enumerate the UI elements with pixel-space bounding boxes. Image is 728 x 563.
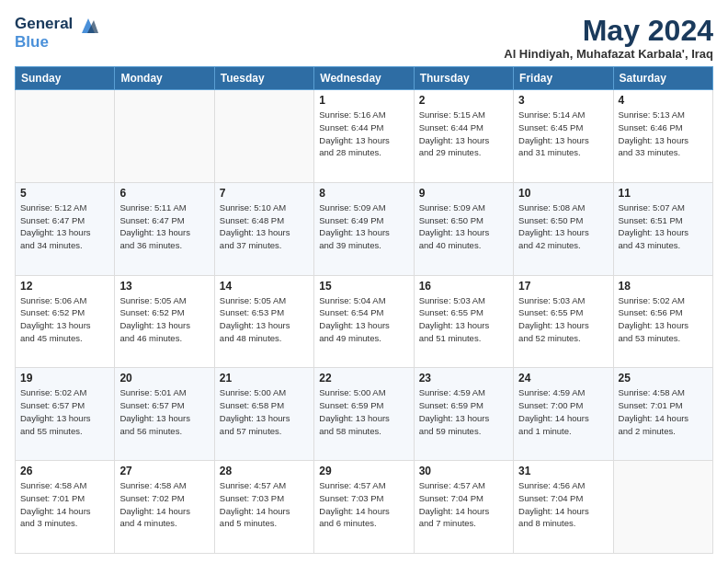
day-info: Sunrise: 5:01 AM Sunset: 6:57 PM Dayligh… bbox=[119, 386, 209, 437]
day-info: Sunrise: 4:58 AM Sunset: 7:01 PM Dayligh… bbox=[20, 479, 109, 530]
calendar-week-row: 1Sunrise: 5:16 AM Sunset: 6:44 PM Daylig… bbox=[16, 90, 713, 183]
day-info: Sunrise: 5:02 AM Sunset: 6:57 PM Dayligh… bbox=[20, 386, 109, 437]
day-number: 21 bbox=[220, 372, 309, 385]
header: General Blue May 2024 Al Hindiyah, Muhaf… bbox=[15, 15, 713, 61]
calendar-cell: 4Sunrise: 5:13 AM Sunset: 6:46 PM Daylig… bbox=[613, 90, 712, 183]
calendar-cell: 13Sunrise: 5:05 AM Sunset: 6:52 PM Dayli… bbox=[115, 275, 214, 368]
day-number: 20 bbox=[119, 372, 209, 385]
day-number: 1 bbox=[319, 94, 408, 107]
calendar-cell: 29Sunrise: 4:57 AM Sunset: 7:03 PM Dayli… bbox=[314, 461, 414, 554]
logo-icon bbox=[78, 17, 98, 33]
calendar-cell bbox=[115, 90, 214, 183]
calendar-cell: 18Sunrise: 5:02 AM Sunset: 6:56 PM Dayli… bbox=[613, 275, 712, 368]
calendar-cell: 15Sunrise: 5:04 AM Sunset: 6:54 PM Dayli… bbox=[314, 275, 414, 368]
calendar-cell bbox=[214, 90, 313, 183]
calendar-week-row: 12Sunrise: 5:06 AM Sunset: 6:52 PM Dayli… bbox=[16, 275, 713, 368]
day-info: Sunrise: 5:15 AM Sunset: 6:44 PM Dayligh… bbox=[419, 109, 508, 159]
day-number: 3 bbox=[518, 94, 608, 107]
logo: General Blue bbox=[15, 15, 98, 51]
calendar-cell: 16Sunrise: 5:03 AM Sunset: 6:55 PM Dayli… bbox=[414, 275, 513, 368]
weekday-header: Tuesday bbox=[214, 67, 313, 90]
day-info: Sunrise: 4:56 AM Sunset: 7:04 PM Dayligh… bbox=[518, 479, 608, 530]
calendar-cell: 30Sunrise: 4:57 AM Sunset: 7:04 PM Dayli… bbox=[414, 461, 513, 554]
calendar-cell: 27Sunrise: 4:58 AM Sunset: 7:02 PM Dayli… bbox=[115, 461, 214, 554]
calendar-week-row: 26Sunrise: 4:58 AM Sunset: 7:01 PM Dayli… bbox=[16, 461, 713, 554]
calendar-cell: 20Sunrise: 5:01 AM Sunset: 6:57 PM Dayli… bbox=[115, 368, 214, 461]
calendar-cell: 22Sunrise: 5:00 AM Sunset: 6:59 PM Dayli… bbox=[314, 368, 414, 461]
day-number: 28 bbox=[220, 465, 309, 477]
day-info: Sunrise: 5:05 AM Sunset: 6:52 PM Dayligh… bbox=[119, 294, 209, 345]
day-info: Sunrise: 5:02 AM Sunset: 6:56 PM Dayligh… bbox=[619, 294, 708, 345]
day-info: Sunrise: 4:59 AM Sunset: 7:00 PM Dayligh… bbox=[518, 386, 608, 437]
day-number: 30 bbox=[419, 465, 508, 477]
day-info: Sunrise: 5:04 AM Sunset: 6:54 PM Dayligh… bbox=[319, 294, 408, 345]
day-info: Sunrise: 4:59 AM Sunset: 6:59 PM Dayligh… bbox=[419, 386, 508, 437]
weekday-header: Thursday bbox=[414, 67, 513, 90]
day-info: Sunrise: 4:58 AM Sunset: 7:02 PM Dayligh… bbox=[119, 479, 209, 530]
day-info: Sunrise: 5:05 AM Sunset: 6:53 PM Dayligh… bbox=[220, 294, 309, 345]
day-info: Sunrise: 5:03 AM Sunset: 6:55 PM Dayligh… bbox=[518, 294, 608, 345]
calendar-cell: 10Sunrise: 5:08 AM Sunset: 6:50 PM Dayli… bbox=[514, 182, 613, 275]
day-info: Sunrise: 5:07 AM Sunset: 6:51 PM Dayligh… bbox=[619, 201, 708, 252]
day-number: 31 bbox=[518, 465, 608, 477]
page: General Blue May 2024 Al Hindiyah, Muhaf… bbox=[0, 0, 728, 563]
day-info: Sunrise: 5:12 AM Sunset: 6:47 PM Dayligh… bbox=[20, 201, 109, 252]
calendar-cell: 9Sunrise: 5:09 AM Sunset: 6:50 PM Daylig… bbox=[414, 182, 513, 275]
calendar-cell: 6Sunrise: 5:11 AM Sunset: 6:47 PM Daylig… bbox=[115, 182, 214, 275]
weekday-header: Sunday bbox=[16, 67, 115, 90]
day-info: Sunrise: 4:57 AM Sunset: 7:03 PM Dayligh… bbox=[319, 479, 408, 530]
day-number: 12 bbox=[20, 280, 109, 293]
calendar-cell: 21Sunrise: 5:00 AM Sunset: 6:58 PM Dayli… bbox=[214, 368, 313, 461]
day-number: 11 bbox=[619, 187, 708, 200]
day-number: 19 bbox=[20, 372, 109, 385]
day-number: 18 bbox=[619, 280, 708, 293]
calendar-cell: 23Sunrise: 4:59 AM Sunset: 6:59 PM Dayli… bbox=[414, 368, 513, 461]
day-number: 2 bbox=[419, 94, 508, 107]
calendar-cell bbox=[16, 90, 115, 183]
calendar-cell: 3Sunrise: 5:14 AM Sunset: 6:45 PM Daylig… bbox=[514, 90, 613, 183]
day-number: 15 bbox=[319, 280, 408, 293]
calendar-cell: 12Sunrise: 5:06 AM Sunset: 6:52 PM Dayli… bbox=[16, 275, 115, 368]
calendar-cell: 24Sunrise: 4:59 AM Sunset: 7:00 PM Dayli… bbox=[514, 368, 613, 461]
weekday-header: Friday bbox=[514, 67, 613, 90]
day-info: Sunrise: 5:11 AM Sunset: 6:47 PM Dayligh… bbox=[119, 201, 209, 252]
title-section: May 2024 Al Hindiyah, Muhafazat Karbala'… bbox=[504, 15, 713, 61]
day-number: 6 bbox=[119, 187, 209, 200]
day-info: Sunrise: 4:57 AM Sunset: 7:03 PM Dayligh… bbox=[220, 479, 309, 530]
calendar-header-row: SundayMondayTuesdayWednesdayThursdayFrid… bbox=[16, 67, 713, 90]
day-number: 16 bbox=[419, 280, 508, 293]
calendar-table: SundayMondayTuesdayWednesdayThursdayFrid… bbox=[15, 66, 713, 554]
calendar-week-row: 5Sunrise: 5:12 AM Sunset: 6:47 PM Daylig… bbox=[16, 182, 713, 275]
calendar-cell: 17Sunrise: 5:03 AM Sunset: 6:55 PM Dayli… bbox=[514, 275, 613, 368]
day-number: 14 bbox=[220, 280, 309, 293]
day-info: Sunrise: 5:09 AM Sunset: 6:49 PM Dayligh… bbox=[319, 201, 408, 252]
calendar-cell: 28Sunrise: 4:57 AM Sunset: 7:03 PM Dayli… bbox=[214, 461, 313, 554]
day-number: 25 bbox=[619, 372, 708, 385]
day-number: 4 bbox=[619, 94, 708, 107]
day-info: Sunrise: 5:00 AM Sunset: 6:59 PM Dayligh… bbox=[319, 386, 408, 437]
day-info: Sunrise: 4:58 AM Sunset: 7:01 PM Dayligh… bbox=[619, 386, 708, 437]
day-number: 23 bbox=[419, 372, 508, 385]
calendar-week-row: 19Sunrise: 5:02 AM Sunset: 6:57 PM Dayli… bbox=[16, 368, 713, 461]
day-number: 29 bbox=[319, 465, 408, 477]
calendar-cell: 19Sunrise: 5:02 AM Sunset: 6:57 PM Dayli… bbox=[16, 368, 115, 461]
logo-blue: Blue bbox=[15, 33, 98, 52]
calendar-cell: 8Sunrise: 5:09 AM Sunset: 6:49 PM Daylig… bbox=[314, 182, 414, 275]
day-info: Sunrise: 5:09 AM Sunset: 6:50 PM Dayligh… bbox=[419, 201, 508, 252]
day-number: 5 bbox=[20, 187, 109, 200]
day-info: Sunrise: 5:13 AM Sunset: 6:46 PM Dayligh… bbox=[619, 109, 708, 159]
day-number: 26 bbox=[20, 465, 109, 477]
weekday-header: Monday bbox=[115, 67, 214, 90]
day-number: 9 bbox=[419, 187, 508, 200]
calendar-cell: 26Sunrise: 4:58 AM Sunset: 7:01 PM Dayli… bbox=[16, 461, 115, 554]
day-info: Sunrise: 5:10 AM Sunset: 6:48 PM Dayligh… bbox=[220, 201, 309, 252]
calendar-cell: 5Sunrise: 5:12 AM Sunset: 6:47 PM Daylig… bbox=[16, 182, 115, 275]
calendar-cell bbox=[613, 461, 712, 554]
logo-general: General bbox=[15, 15, 98, 33]
weekday-header: Saturday bbox=[613, 67, 712, 90]
day-info: Sunrise: 5:03 AM Sunset: 6:55 PM Dayligh… bbox=[419, 294, 508, 345]
calendar-cell: 2Sunrise: 5:15 AM Sunset: 6:44 PM Daylig… bbox=[414, 90, 513, 183]
calendar-cell: 1Sunrise: 5:16 AM Sunset: 6:44 PM Daylig… bbox=[314, 90, 414, 183]
day-info: Sunrise: 4:57 AM Sunset: 7:04 PM Dayligh… bbox=[419, 479, 508, 530]
calendar-cell: 25Sunrise: 4:58 AM Sunset: 7:01 PM Dayli… bbox=[613, 368, 712, 461]
